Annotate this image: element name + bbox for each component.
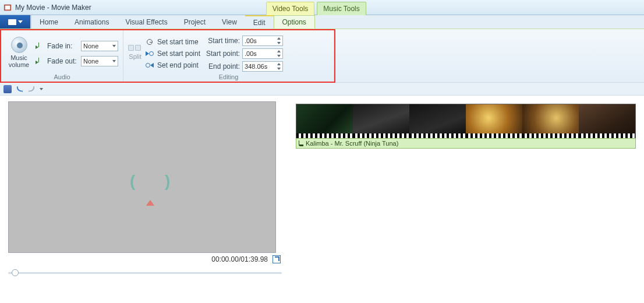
fade-out-value: None <box>83 58 98 65</box>
tab-edit[interactable]: Edit <box>245 15 274 29</box>
start-point-icon <box>146 50 154 57</box>
chevron-up-icon <box>277 63 281 65</box>
time-display: 00:00.00/01:39.98 <box>211 255 268 263</box>
set-start-time-label: Set start time <box>157 38 199 46</box>
tab-options[interactable]: Options <box>274 15 315 29</box>
tab-home[interactable]: Home <box>31 15 66 29</box>
start-point-spinner[interactable]: .00s <box>242 48 283 59</box>
tab-visual-effects[interactable]: Visual Effects <box>117 15 175 29</box>
set-end-point-label: Set end point <box>157 61 199 69</box>
chevron-down-icon <box>18 20 23 23</box>
start-point-value: .00s <box>243 50 275 57</box>
save-icon[interactable] <box>3 85 12 93</box>
timeline-clip[interactable] <box>353 104 409 138</box>
title-bar: My Movie - Movie Maker Video Tools Music… <box>0 0 644 15</box>
audio-track-label: Kalimba - Mr. Scruff (Ninja Tuna) <box>306 140 398 147</box>
set-start-point-label: Set start point <box>157 50 200 58</box>
end-point-icon <box>146 62 154 69</box>
chevron-down-icon <box>277 42 281 44</box>
file-menu-button[interactable] <box>0 15 31 29</box>
start-point-field-label: Start point: <box>204 50 240 58</box>
contextual-tab-video-tools[interactable]: Video Tools <box>266 2 315 15</box>
contextual-tab-music-tools[interactable]: Music Tools <box>317 2 366 15</box>
clock-icon <box>146 38 154 45</box>
fade-out-icon <box>36 58 44 65</box>
fade-out-label: Fade out: <box>47 57 77 65</box>
timeline-clip[interactable] <box>296 104 353 138</box>
fade-in-value: None <box>83 43 98 50</box>
quick-access-toolbar <box>0 83 644 96</box>
tab-project[interactable]: Project <box>176 15 214 29</box>
group-label-audio: Audio <box>6 73 118 82</box>
start-time-value: .00s <box>243 37 275 44</box>
undo-icon[interactable] <box>16 86 23 92</box>
split-icon <box>128 45 142 52</box>
fullscreen-icon[interactable] <box>273 255 281 263</box>
app-icon <box>3 3 12 12</box>
playhead-marker-icon <box>146 200 154 206</box>
marker-left-icon: ( <box>130 172 135 191</box>
marker-right-icon: ) <box>165 172 170 191</box>
chevron-up-icon <box>277 37 281 40</box>
ribbon-tab-strip: Home Animations Visual Effects Project V… <box>0 15 644 29</box>
preview-monitor[interactable]: ( ) <box>8 101 276 253</box>
end-point-spinner[interactable]: 348.06s <box>242 61 283 72</box>
ribbon-group-editing: Split Set start time Set start point Set… <box>123 30 334 82</box>
timeline-clip[interactable] <box>579 104 635 138</box>
music-volume-label: Music volume <box>6 54 32 68</box>
split-button[interactable]: Split <box>128 45 142 60</box>
highlighted-ribbon-region: Music volume Fade in: None Fade out: <box>0 29 335 83</box>
set-start-time-button[interactable]: Set start time <box>146 38 200 46</box>
tab-animations[interactable]: Animations <box>66 15 117 29</box>
end-point-value: 348.06s <box>243 63 275 70</box>
window-title: My Movie - Movie Maker <box>15 3 91 12</box>
file-icon <box>8 19 16 25</box>
speaker-icon <box>11 37 27 53</box>
seek-slider[interactable] <box>8 269 282 277</box>
chevron-down-icon <box>277 55 281 57</box>
slider-track <box>8 272 282 274</box>
timeline-filmstrip[interactable] <box>296 104 636 139</box>
chevron-down-icon[interactable] <box>40 88 43 90</box>
chevron-down-icon <box>277 68 281 70</box>
audio-track[interactable]: Kalimba - Mr. Scruff (Ninja Tuna) <box>296 138 636 149</box>
redo-icon[interactable] <box>27 86 35 92</box>
set-start-point-button[interactable]: Set start point <box>146 50 200 58</box>
start-time-field-label: Start time: <box>204 37 240 45</box>
music-volume-button[interactable]: Music volume <box>6 37 32 68</box>
fade-in-label: Fade in: <box>47 42 77 50</box>
end-point-field-label: End point: <box>204 62 240 71</box>
timeline-clip[interactable] <box>466 104 522 138</box>
fade-in-icon <box>36 43 44 50</box>
slider-thumb[interactable] <box>12 269 19 276</box>
chevron-up-icon <box>277 50 281 52</box>
set-end-point-button[interactable]: Set end point <box>146 61 200 69</box>
split-label: Split <box>129 53 141 60</box>
fade-out-combo[interactable]: None <box>81 56 118 66</box>
start-time-spinner[interactable]: .00s <box>242 36 283 46</box>
timeline-clip[interactable] <box>522 104 579 138</box>
fade-in-combo[interactable]: None <box>81 41 118 51</box>
timeline-clip[interactable] <box>409 104 466 138</box>
chevron-down-icon <box>112 45 116 47</box>
ribbon-group-audio: Music volume Fade in: None Fade out: <box>1 30 123 82</box>
music-note-icon <box>299 140 303 146</box>
group-label-editing: Editing <box>128 73 329 82</box>
tab-view[interactable]: View <box>214 15 245 29</box>
svg-rect-1 <box>5 5 10 9</box>
ribbon: Music volume Fade in: None Fade out: <box>0 29 644 83</box>
chevron-down-icon <box>112 60 116 62</box>
